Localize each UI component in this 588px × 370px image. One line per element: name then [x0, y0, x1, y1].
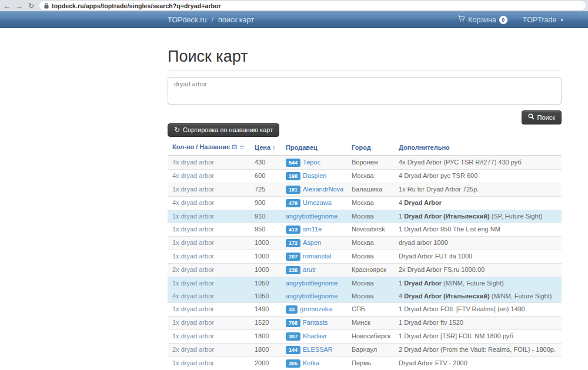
seller-rating-badge: 413 [286, 226, 300, 234]
card-quantity-link[interactable]: 4x dryad arbor [172, 292, 214, 300]
card-quantity-link[interactable]: 2x dryad arbor [172, 346, 214, 353]
table-row: 2x dryad arbor 1800 144ELESSAR Барнаул 2… [168, 344, 562, 357]
city-cell: Москва [347, 250, 394, 264]
card-quantity-link[interactable]: 2x dryad arbor [172, 266, 214, 273]
seller-link[interactable]: angrybottlegnome [286, 280, 338, 287]
card-quantity-link[interactable]: 4x dryad arbor [172, 172, 214, 179]
sort-ascending-icon: ↑ [272, 144, 276, 151]
seller-link[interactable]: arutr [303, 266, 316, 273]
seller-link[interactable]: gromozeka [300, 305, 332, 312]
card-quantity-link[interactable]: 4x dryad arbor [172, 199, 214, 206]
sort-by-name-button[interactable]: ↻ Сортировка по названию карт [168, 123, 279, 137]
card-quantity-link[interactable]: 1x dryad arbor [172, 359, 214, 366]
header-price[interactable]: Цена↑ [250, 142, 281, 156]
price-cell: 600 [250, 170, 281, 183]
url-text: topdeck.ru/apps/toptrade/singles/search?… [52, 2, 221, 9]
qty-name-cell: 1x dryad arbor [168, 303, 250, 317]
seller-link[interactable]: Daspien [303, 172, 326, 179]
qty-name-cell: 1x dryad arbor [168, 330, 250, 344]
cart-menu-item[interactable]: Корзина 0 [457, 15, 507, 24]
search-button[interactable]: Поиск [522, 110, 562, 125]
card-quantity-link[interactable]: 1x dryad arbor [172, 239, 214, 246]
toptrade-dropdown-label: TOPTrade [523, 16, 557, 24]
seller-link[interactable]: ELESSAR [303, 346, 333, 353]
city-cell: СПБ [347, 303, 394, 317]
seller-link[interactable]: AlexandrNova [303, 186, 343, 193]
seller-rating-badge: 479 [286, 199, 300, 207]
city-cell: Москва [347, 210, 394, 223]
city-cell: Барнаул [347, 344, 394, 357]
seller-link[interactable]: Aspen [303, 239, 321, 246]
qty-name-cell: 4x dryad arbor [168, 197, 250, 210]
results-table: Кол-во / Название⊟☆ Цена↑ Продавец Город… [168, 142, 562, 370]
seller-rating-badge: 544 [286, 159, 300, 167]
browser-reload-button[interactable]: ↻ [28, 2, 34, 9]
seller-link[interactable]: angrybottlegnome [286, 292, 338, 300]
table-row: 2x dryad arbor 1000 238arutr Красноярск … [168, 264, 562, 277]
seller-link[interactable]: Fantasts [303, 319, 328, 326]
card-quantity-link[interactable]: 1x dryad arbor [172, 186, 214, 193]
seller-rating-badge: 238 [286, 266, 300, 274]
price-cell: 1000 [250, 264, 281, 277]
city-cell: Новосибирск [347, 330, 394, 344]
chevron-down-icon: ▾ [560, 17, 563, 23]
star-icon[interactable]: ☆ [239, 143, 245, 150]
address-bar[interactable]: topdeck.ru/apps/toptrade/singles/search?… [39, 1, 586, 10]
card-name-bold: Dryad Arbor (Итальянский) [404, 213, 490, 220]
navbar-section-link[interactable]: поиск карт [218, 16, 254, 24]
extra-cell: 4x Dryad Arbor (РУС TSR R#277) 430 руб [394, 156, 562, 170]
seller-cell: 181AlexandrNova [281, 183, 347, 197]
seller-link[interactable]: sm11e [303, 226, 322, 233]
header-city[interactable]: Город [347, 142, 394, 156]
seller-link[interactable]: angrybottlegnome [286, 213, 338, 220]
main-content: Поиск карт dryad arbor Поиск ↻ Сортировк… [168, 48, 562, 370]
seller-cell: 172Aspen [281, 237, 347, 250]
extra-cell: 1 Dryad Arbor (M/NM, Future Sight) [394, 277, 562, 290]
extra-cell: 1 Dryad Arbor ftv 1520 [394, 317, 562, 330]
seller-cell: 238arutr [281, 264, 347, 277]
price-cell: 1520 [250, 317, 281, 330]
card-quantity-link[interactable]: 1x dryad arbor [172, 213, 214, 220]
seller-rating-badge: 305 [286, 359, 300, 368]
navbar-brand-link[interactable]: TOPdeck.ru [168, 16, 206, 24]
browser-forward-button[interactable]: → [16, 2, 23, 9]
table-row: 1x dryad arbor 1520 708Fantasts Минск 1 … [168, 317, 562, 330]
seller-link[interactable]: Kotka [303, 359, 319, 366]
toptrade-dropdown[interactable]: TOPTrade ▾ [523, 16, 563, 24]
city-cell: Красноярск [347, 264, 394, 277]
seller-link[interactable]: romanstal [303, 253, 331, 260]
results-table-body: 4x dryad arbor 430 544Терос Воронеж 4x D… [168, 156, 562, 370]
header-seller[interactable]: Продавец [281, 142, 347, 156]
table-row: 4x dryad arbor 430 544Терос Воронеж 4x D… [168, 156, 562, 170]
seller-link[interactable]: Umezawa [303, 199, 332, 206]
card-quantity-link[interactable]: 1x dryad arbor [172, 280, 214, 287]
city-cell: Москва [347, 290, 394, 303]
city-cell: Балашиха [347, 183, 394, 197]
search-icon [528, 113, 534, 121]
qty-name-cell: 1x dryad arbor [168, 250, 250, 264]
card-quantity-link[interactable]: 4x dryad arbor [172, 159, 214, 166]
card-quantity-link[interactable]: 1x dryad arbor [172, 319, 214, 326]
qty-name-cell: 1x dryad arbor [168, 317, 250, 330]
extra-cell: Dryad Arbor FTV - 2000 [394, 357, 562, 370]
header-qty-name[interactable]: Кол-во / Название⊟☆ [168, 142, 250, 156]
card-search-input[interactable]: dryad arbor [168, 77, 562, 105]
table-row: 1x dryad arbor 725 181AlexandrNova Балаш… [168, 183, 562, 197]
card-quantity-link[interactable]: 1x dryad arbor [172, 253, 214, 260]
price-cell: 1800 [250, 330, 281, 344]
card-quantity-link[interactable]: 1x dryad arbor [172, 332, 214, 339]
seller-link[interactable]: Терос [303, 159, 320, 166]
seller-cell: 307Khadavr [281, 330, 347, 344]
qty-name-cell: 2x dryad arbor [168, 344, 250, 357]
card-quantity-link[interactable]: 1x dryad arbor [172, 305, 214, 312]
qty-name-cell: 1x dryad arbor [168, 357, 250, 370]
minus-square-icon[interactable]: ⊟ [232, 143, 237, 150]
seller-rating-badge: 307 [286, 332, 300, 341]
browser-back-button[interactable]: ← [4, 2, 11, 9]
seller-link[interactable]: Khadavr [303, 332, 327, 339]
table-header-row: Кол-во / Название⊟☆ Цена↑ Продавец Город… [168, 142, 562, 156]
seller-rating-badge: 144 [286, 346, 300, 354]
table-row: 1x dryad arbor 1490 33gromozeka СПБ 1 Dr… [168, 303, 562, 317]
card-quantity-link[interactable]: 1x dryad arbor [172, 226, 214, 233]
qty-name-cell: 1x dryad arbor [168, 223, 250, 237]
